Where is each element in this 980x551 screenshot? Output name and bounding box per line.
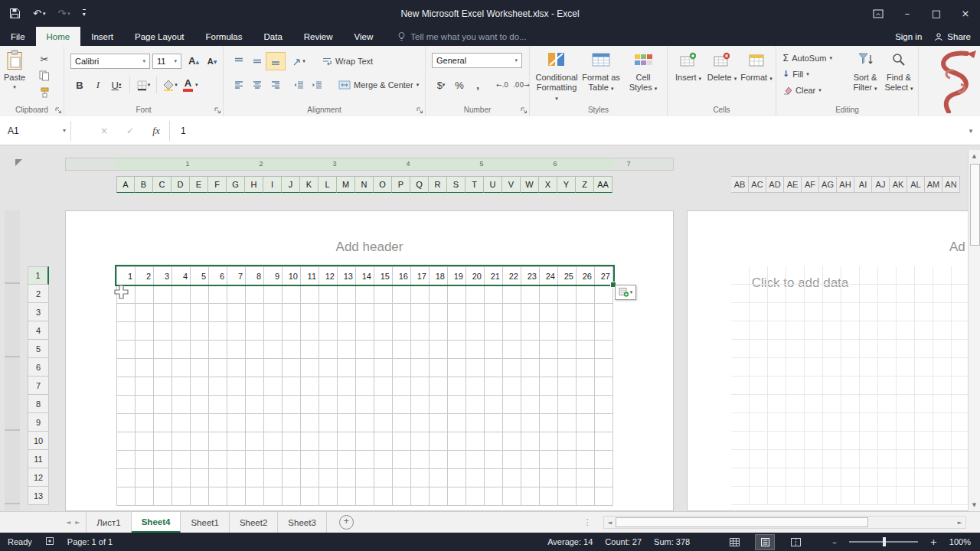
- cell[interactable]: [246, 285, 264, 304]
- cell[interactable]: 22: [503, 267, 521, 285]
- cell[interactable]: 19: [448, 267, 466, 285]
- cell[interactable]: [393, 304, 411, 322]
- cell[interactable]: [448, 285, 466, 304]
- cell[interactable]: [430, 432, 448, 451]
- cell[interactable]: [172, 285, 191, 304]
- cell[interactable]: [595, 304, 613, 322]
- cell[interactable]: [411, 414, 430, 432]
- zoom-level[interactable]: 100%: [949, 537, 971, 546]
- cell[interactable]: [172, 341, 191, 359]
- column-header[interactable]: AA: [594, 176, 612, 193]
- row-header[interactable]: 8: [28, 395, 49, 413]
- cell[interactable]: [209, 304, 227, 322]
- cell[interactable]: [209, 341, 227, 359]
- cell[interactable]: [466, 414, 485, 432]
- cell[interactable]: [558, 469, 577, 487]
- cell[interactable]: [485, 341, 503, 359]
- cell[interactable]: [466, 377, 485, 396]
- cell[interactable]: [448, 304, 466, 322]
- cell[interactable]: [209, 414, 227, 432]
- cell[interactable]: [374, 341, 393, 359]
- enter-button[interactable]: ✓: [117, 126, 143, 136]
- italic-button[interactable]: I: [89, 77, 107, 93]
- cell[interactable]: [209, 322, 227, 341]
- cell[interactable]: [227, 396, 246, 414]
- cell[interactable]: [246, 469, 264, 487]
- cell[interactable]: [430, 451, 448, 469]
- cell[interactable]: [466, 487, 485, 506]
- column-header[interactable]: G: [227, 176, 245, 193]
- cell[interactable]: [283, 322, 301, 341]
- column-header[interactable]: U: [484, 176, 502, 193]
- cell[interactable]: [283, 304, 301, 322]
- ribbon-tab-home[interactable]: Home: [36, 27, 81, 46]
- cell[interactable]: [136, 341, 154, 359]
- column-header[interactable]: P: [392, 176, 410, 193]
- cell[interactable]: [595, 341, 613, 359]
- row-header[interactable]: 10: [28, 432, 49, 450]
- cell[interactable]: [356, 322, 374, 341]
- cell[interactable]: [577, 396, 595, 414]
- row-header[interactable]: 6: [28, 358, 49, 377]
- cell[interactable]: [301, 285, 319, 304]
- column-header[interactable]: X: [539, 176, 557, 193]
- cell[interactable]: [264, 414, 283, 432]
- cell[interactable]: [503, 304, 521, 322]
- ribbon-tab-insert[interactable]: Insert: [80, 27, 124, 46]
- bottom-align-button[interactable]: [266, 53, 285, 70]
- record-macro-button[interactable]: [46, 537, 54, 546]
- cell[interactable]: [172, 396, 191, 414]
- cell[interactable]: [374, 377, 393, 396]
- cell[interactable]: [172, 469, 191, 487]
- cell[interactable]: [356, 487, 374, 506]
- cell[interactable]: [558, 451, 577, 469]
- customize-qat-button[interactable]: ▾: [83, 9, 86, 18]
- cell[interactable]: 3: [154, 267, 172, 285]
- cell[interactable]: [136, 451, 154, 469]
- cell[interactable]: [227, 414, 246, 432]
- column-header[interactable]: C: [153, 176, 172, 193]
- cell[interactable]: [319, 451, 338, 469]
- clear-button[interactable]: Clear▾: [782, 83, 832, 96]
- borders-button[interactable]: ▾: [134, 77, 152, 93]
- cell[interactable]: [136, 377, 154, 396]
- expand-formula-bar-button[interactable]: ▾: [962, 127, 980, 135]
- cell[interactable]: [356, 414, 374, 432]
- cell[interactable]: [264, 341, 283, 359]
- cell[interactable]: [283, 377, 301, 396]
- cell[interactable]: [301, 396, 319, 414]
- column-header[interactable]: M: [337, 176, 355, 193]
- cell[interactable]: [503, 285, 521, 304]
- cell[interactable]: [136, 285, 154, 304]
- cell[interactable]: [558, 341, 577, 359]
- cell[interactable]: [301, 487, 319, 506]
- cell[interactable]: [301, 341, 319, 359]
- cell[interactable]: [191, 469, 209, 487]
- cell[interactable]: [411, 396, 430, 414]
- zoom-out-button[interactable]: –: [832, 537, 837, 547]
- cell[interactable]: [283, 359, 301, 377]
- cell[interactable]: [558, 322, 577, 341]
- cell[interactable]: [411, 377, 430, 396]
- cell[interactable]: [430, 414, 448, 432]
- font-size-combobox[interactable]: 11 ▾: [152, 54, 181, 69]
- cell[interactable]: [283, 396, 301, 414]
- cell[interactable]: 16: [393, 267, 411, 285]
- cell[interactable]: [246, 414, 264, 432]
- cell[interactable]: [558, 396, 577, 414]
- cell[interactable]: [430, 304, 448, 322]
- format-painter-button[interactable]: [35, 84, 54, 101]
- cell[interactable]: 8: [246, 267, 264, 285]
- find-select-button[interactable]: Find & Select ▾: [882, 48, 916, 94]
- cell[interactable]: [503, 432, 521, 451]
- ribbon-tab-data[interactable]: Data: [253, 27, 293, 46]
- column-header[interactable]: AM: [924, 176, 942, 193]
- cell[interactable]: [485, 469, 503, 487]
- cell[interactable]: [521, 414, 540, 432]
- sheet-tab[interactable]: Sheet2: [230, 512, 278, 533]
- cell[interactable]: [172, 414, 191, 432]
- ribbon-tab-formulas[interactable]: Formulas: [195, 27, 253, 46]
- cell[interactable]: [338, 322, 356, 341]
- cell[interactable]: [301, 469, 319, 487]
- cell[interactable]: [117, 396, 136, 414]
